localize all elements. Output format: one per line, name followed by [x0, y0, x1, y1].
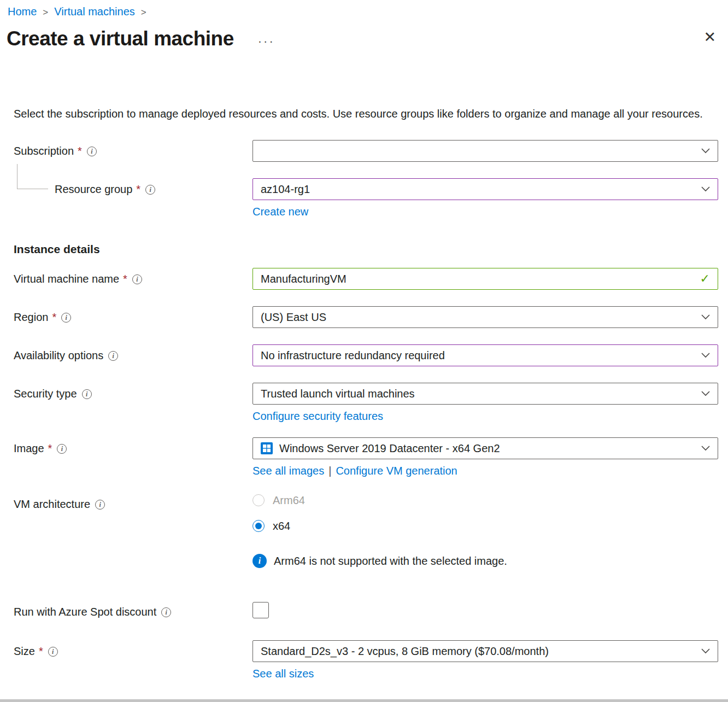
subscription-label: Subscription	[14, 145, 74, 157]
info-icon[interactable]: i	[132, 274, 142, 284]
spot-discount-checkbox[interactable]	[253, 602, 269, 618]
chevron-down-icon	[701, 391, 710, 396]
region-label-group: Region * i	[14, 306, 253, 324]
info-icon[interactable]: i	[61, 313, 71, 323]
create-new-link[interactable]: Create new	[253, 205, 308, 219]
spot-control-col	[253, 601, 718, 618]
security-type-dropdown[interactable]: Trusted launch virtual machines	[253, 383, 718, 405]
info-icon[interactable]: i	[108, 351, 118, 361]
availability-options-dropdown[interactable]: No infrastructure redundancy required	[253, 344, 718, 366]
subscription-control-col	[253, 140, 718, 162]
size-dropdown[interactable]: Standard_D2s_v3 - 2 vcpus, 8 GiB memory …	[253, 640, 718, 662]
arch-info-text: Arm64 is not supported with the selected…	[274, 555, 507, 568]
chevron-down-icon	[701, 314, 710, 320]
availability-options-value: No infrastructure redundancy required	[261, 349, 445, 362]
valid-check-icon: ✓	[700, 272, 710, 286]
required-marker: *	[123, 273, 127, 285]
more-menu-icon[interactable]: ···	[258, 34, 275, 49]
subscription-dropdown[interactable]	[253, 140, 718, 162]
radio-arm64-label: Arm64	[273, 494, 305, 507]
radio-button-selected-icon	[253, 520, 265, 532]
info-icon[interactable]: i	[145, 185, 155, 195]
security-type-label: Security type	[14, 388, 77, 400]
security-type-control-col: Trusted launch virtual machines Configur…	[253, 383, 718, 423]
spot-discount-label: Run with Azure Spot discount	[14, 606, 156, 618]
field-row-security-type: Security type i Trusted launch virtual m…	[0, 383, 728, 423]
page-title: Create a virtual machine	[7, 26, 234, 52]
vm-architecture-control-col: Arm64 x64 i Arm64 is not supported with …	[253, 493, 718, 568]
field-row-vm-name: Virtual machine name * i ManufacturingVM…	[0, 268, 728, 290]
resource-group-control-col: az104-rg1 Create new	[253, 178, 718, 219]
subscription-label-group: Subscription * i	[14, 140, 253, 157]
see-all-sizes-link[interactable]: See all sizes	[253, 667, 314, 681]
instance-details-heading: Instance details	[14, 243, 728, 256]
tree-connector	[17, 164, 48, 189]
spot-label-group: Run with Azure Spot discount i	[14, 601, 253, 618]
radio-x64[interactable]: x64	[253, 519, 718, 533]
region-value: (US) East US	[261, 311, 326, 324]
availability-control-col: No infrastructure redundancy required	[253, 344, 718, 366]
image-dropdown[interactable]: Windows Server 2019 Datacenter - x64 Gen…	[253, 437, 718, 459]
availability-options-label: Availability options	[14, 349, 103, 362]
security-type-value: Trusted launch virtual machines	[261, 388, 415, 400]
required-marker: *	[78, 145, 82, 157]
breadcrumb-virtual-machines-link[interactable]: Virtual machines	[54, 5, 134, 18]
field-row-subscription: Subscription * i	[0, 140, 728, 162]
vm-name-input[interactable]: ManufacturingVM ✓	[253, 268, 718, 290]
image-label: Image	[14, 442, 44, 455]
field-row-image: Image * i Windows Server 2019	[0, 437, 728, 478]
title-row: Create a virtual machine ··· ✕	[0, 18, 728, 52]
arch-info-banner: i Arm64 is not supported with the select…	[253, 554, 718, 568]
field-row-availability-options: Availability options i No infrastructure…	[0, 344, 728, 366]
info-icon[interactable]: i	[48, 647, 58, 657]
vm-name-label: Virtual machine name	[14, 273, 119, 285]
intro-text: Select the subscription to manage deploy…	[14, 106, 709, 122]
breadcrumb-separator-icon: >	[141, 7, 146, 18]
info-icon[interactable]: i	[82, 389, 92, 399]
vm-name-control-col: ManufacturingVM ✓	[253, 268, 718, 290]
info-filled-icon: i	[253, 554, 267, 568]
vm-name-value: ManufacturingVM	[261, 273, 347, 285]
resource-group-dropdown[interactable]: az104-rg1	[253, 178, 718, 200]
required-marker: *	[39, 645, 43, 658]
horizontal-scrollbar[interactable]	[0, 699, 728, 702]
info-icon[interactable]: i	[87, 147, 97, 156]
required-marker: *	[52, 311, 56, 324]
close-icon[interactable]: ✕	[703, 29, 716, 45]
chevron-down-icon	[701, 148, 710, 154]
vm-architecture-label-group: VM architecture i	[14, 493, 253, 511]
field-row-spot-discount: Run with Azure Spot discount i	[0, 601, 728, 618]
windows-logo-icon	[261, 442, 273, 454]
info-icon[interactable]: i	[95, 500, 105, 510]
configure-vm-generation-link[interactable]: Configure VM generation	[336, 464, 457, 478]
image-label-group: Image * i	[14, 437, 253, 455]
region-dropdown[interactable]: (US) East US	[253, 306, 718, 328]
image-control-col: Windows Server 2019 Datacenter - x64 Gen…	[253, 437, 718, 478]
chevron-down-icon	[701, 446, 710, 451]
required-marker: *	[48, 442, 52, 455]
region-control-col: (US) East US	[253, 306, 718, 328]
size-label: Size	[14, 645, 35, 658]
region-label: Region	[14, 311, 48, 324]
info-icon[interactable]: i	[161, 607, 171, 617]
radio-x64-label: x64	[273, 520, 290, 533]
field-row-region: Region * i (US) East US	[0, 306, 728, 328]
resource-group-value: az104-rg1	[261, 183, 310, 196]
resource-group-label: Resource group	[55, 183, 132, 196]
see-all-images-link[interactable]: See all images	[253, 464, 324, 478]
vm-architecture-label: VM architecture	[14, 498, 90, 511]
security-type-label-group: Security type i	[14, 383, 253, 400]
breadcrumb-home-link[interactable]: Home	[8, 5, 37, 18]
configure-security-features-link[interactable]: Configure security features	[253, 410, 383, 423]
chevron-down-icon	[701, 648, 710, 654]
radio-arm64[interactable]: Arm64	[253, 493, 718, 507]
field-row-vm-architecture: VM architecture i Arm64 x64 i Arm64 is n…	[0, 493, 728, 568]
breadcrumb-separator-icon: >	[43, 7, 48, 18]
vm-name-label-group: Virtual machine name * i	[14, 268, 253, 285]
availability-label-group: Availability options i	[14, 344, 253, 362]
link-separator: |	[328, 465, 331, 477]
image-value-wrap: Windows Server 2019 Datacenter - x64 Gen…	[261, 442, 500, 455]
resource-group-label-group: Resource group * i	[14, 178, 253, 196]
field-row-resource-group: Resource group * i az104-rg1 Create new	[0, 178, 728, 219]
info-icon[interactable]: i	[57, 444, 67, 454]
